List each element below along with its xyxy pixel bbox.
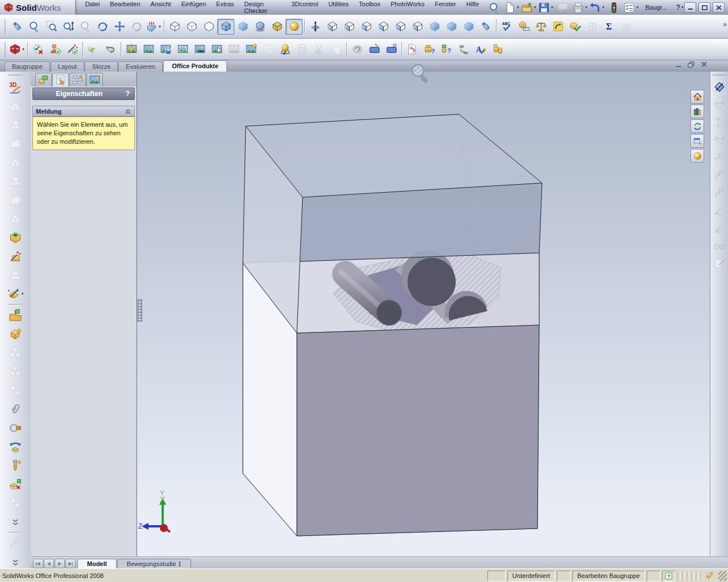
- 3d-sketch-button[interactable]: [5, 78, 26, 97]
- tab-modell[interactable]: Modell: [77, 559, 117, 569]
- view-right-button[interactable]: [375, 19, 392, 35]
- next-tab-button[interactable]: [55, 559, 65, 568]
- smart-feature-dropdown-arrow[interactable]: ▼: [21, 292, 24, 296]
- spell-checker-button[interactable]: [498, 19, 515, 35]
- feature-manager-tab-button[interactable]: [35, 73, 52, 86]
- shaded-with-edges-button[interactable]: [217, 19, 234, 35]
- normal-to-button[interactable]: [307, 19, 324, 35]
- view-isometric-button[interactable]: [426, 19, 443, 35]
- model-scene[interactable]: Z Y: [137, 72, 710, 556]
- previous-tab-button[interactable]: [44, 559, 54, 568]
- view-palette-button[interactable]: [690, 134, 704, 148]
- view-orientation-button[interactable]: [477, 19, 494, 35]
- tab-baugruppe[interactable]: Baugruppe: [5, 61, 50, 72]
- view-back-button[interactable]: [341, 19, 358, 35]
- panel-splitter-handle[interactable]: [137, 299, 142, 322]
- tag-icon[interactable]: [705, 571, 714, 580]
- menu-photoworks[interactable]: PhotoWorks: [386, 1, 430, 14]
- tab-bewegungsstudie-1[interactable]: Bewegungsstudie 1: [117, 559, 191, 569]
- menu-design-checker[interactable]: Design Checker: [239, 1, 286, 14]
- last-tab-button[interactable]: [65, 559, 76, 568]
- document-restore-button[interactable]: [688, 61, 695, 69]
- instant-3d-button[interactable]: [5, 247, 26, 265]
- save-dropdown-arrow[interactable]: ▼: [551, 6, 554, 9]
- section-view-button[interactable]: ▼: [145, 19, 162, 35]
- new-part-button[interactable]: [5, 325, 26, 343]
- menu-fenster[interactable]: Fenster: [429, 1, 461, 14]
- solidworks-menu-button[interactable]: ▼: [9, 41, 26, 57]
- assembly-toolbar-more-button[interactable]: [5, 512, 26, 531]
- new-document-button[interactable]: ▼: [503, 0, 520, 15]
- section-view-dropdown-arrow[interactable]: ▼: [158, 25, 162, 28]
- menu-ansicht[interactable]: Ansicht: [146, 1, 176, 14]
- block-help-button[interactable]: [438, 41, 455, 57]
- format-painter-button[interactable]: [472, 41, 489, 57]
- search-button[interactable]: [486, 0, 503, 15]
- photoworks-render-last-button[interactable]: [191, 41, 208, 57]
- rebuild-traffic-light-button[interactable]: [606, 0, 623, 15]
- panel-help-button[interactable]: ?: [126, 90, 130, 98]
- edrawings-button[interactable]: [85, 41, 102, 57]
- toolbar-grip[interactable]: [4, 19, 7, 34]
- previous-view-button[interactable]: [9, 19, 26, 35]
- zoom-to-area-button[interactable]: [43, 19, 60, 35]
- whats-wrong-help-button[interactable]: [404, 41, 421, 57]
- document-close-button[interactable]: [701, 61, 708, 69]
- performance-evaluation-button[interactable]: [549, 19, 566, 35]
- menu-extras[interactable]: Extras: [211, 1, 239, 14]
- toolbox-help-button[interactable]: [421, 41, 438, 57]
- toolbar-grip[interactable]: [712, 74, 727, 77]
- design-checker-user-button[interactable]: [47, 41, 64, 57]
- menu-einf-gen[interactable]: Einfügen: [176, 1, 211, 14]
- help-button[interactable]: ?▼: [676, 3, 684, 11]
- photoworks-render-to-file-button[interactable]: [157, 41, 174, 57]
- measure-button[interactable]: [515, 19, 532, 35]
- collapse-chevron-icon[interactable]: [125, 109, 131, 114]
- hole-wizard-button[interactable]: [5, 228, 26, 247]
- configuration-manager-tab-button[interactable]: [69, 73, 86, 86]
- mass-properties-button[interactable]: [532, 19, 549, 35]
- property-manager-tab-button[interactable]: [52, 73, 69, 86]
- rotate-component-button[interactable]: [5, 437, 26, 456]
- design-library-button[interactable]: [690, 105, 704, 118]
- photoworks-preview-window-button[interactable]: [140, 41, 157, 57]
- print-dropdown-arrow[interactable]: ▼: [585, 6, 588, 9]
- window-resize-grip[interactable]: [718, 571, 727, 581]
- spaceball-keys-button[interactable]: [383, 41, 400, 57]
- close-button[interactable]: [713, 2, 725, 13]
- options-button[interactable]: ▼: [623, 0, 640, 15]
- open-document-button[interactable]: ▼: [520, 0, 537, 15]
- tab-skizze[interactable]: Skizze: [85, 61, 118, 72]
- smart-feature-button[interactable]: ▼: [5, 284, 26, 303]
- tab-evaluieren[interactable]: Evaluieren: [118, 61, 163, 72]
- spaceball-properties-button[interactable]: [366, 41, 383, 57]
- hidden-lines-removed-button[interactable]: [200, 19, 217, 35]
- copy-appearance-button[interactable]: [489, 41, 506, 57]
- toolbar-grip[interactable]: [4, 42, 7, 57]
- mold-block-front-face[interactable]: [297, 325, 539, 536]
- save-button[interactable]: ▼: [537, 0, 555, 15]
- print-button[interactable]: ▼: [572, 0, 589, 15]
- collaborate-button[interactable]: [102, 41, 119, 57]
- view-trimetric-button[interactable]: [443, 19, 460, 35]
- photoworks-options-button[interactable]: [349, 41, 366, 57]
- pan-button[interactable]: [111, 19, 128, 35]
- menu-3dcontrol[interactable]: 3Dcontrol: [286, 1, 323, 14]
- maximize-button[interactable]: [698, 2, 710, 13]
- undo-dropdown-arrow[interactable]: ▼: [602, 6, 605, 9]
- document-minimize-button[interactable]: [675, 61, 682, 69]
- insert-component-button[interactable]: [5, 306, 26, 325]
- photoworks-appearance-button[interactable]: [276, 41, 293, 57]
- draft-quality-hlr-button[interactable]: [268, 19, 286, 35]
- view-front-button[interactable]: [324, 19, 341, 35]
- minimize-button[interactable]: [684, 2, 696, 13]
- toolbar-overflow-chevron[interactable]: »: [723, 20, 727, 28]
- shadows-in-shaded-mode-button[interactable]: [251, 19, 268, 35]
- appearances-scenes-button[interactable]: [690, 149, 704, 163]
- move-with-triad-button[interactable]: [5, 475, 26, 493]
- view-dimetric-button[interactable]: [460, 19, 477, 35]
- design-checker-validate-button[interactable]: [30, 41, 47, 57]
- toolbar-grip[interactable]: [8, 74, 23, 77]
- undo-button[interactable]: ▼: [589, 0, 606, 15]
- menu-hilfe[interactable]: Hilfe: [461, 1, 484, 14]
